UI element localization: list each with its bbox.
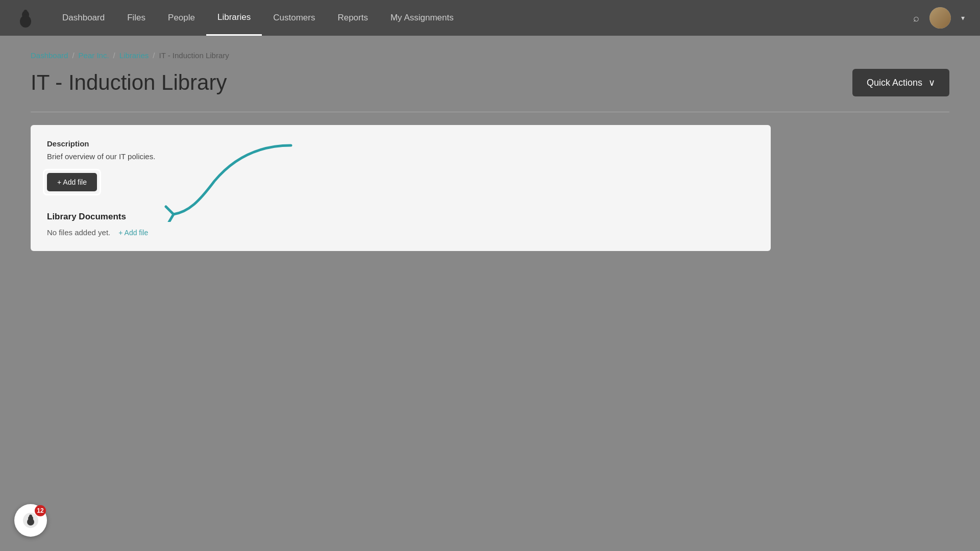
page-header: IT - Induction Library Quick Actions ∨ — [31, 69, 949, 96]
nav-right: ⌕ ▾ — [913, 7, 965, 29]
svg-point-6 — [29, 515, 32, 518]
breadcrumb-dashboard[interactable]: Dashboard — [31, 51, 68, 60]
add-file-button[interactable]: + Add file — [47, 173, 97, 191]
breadcrumb-sep-1: / — [72, 51, 74, 60]
chevron-down-icon[interactable]: ▾ — [961, 14, 965, 22]
nav-link-files[interactable]: Files — [116, 0, 157, 36]
breadcrumb-sep-2: / — [113, 51, 115, 60]
app-logo[interactable] — [15, 8, 36, 28]
breadcrumb-libraries[interactable]: Libraries — [119, 51, 149, 60]
library-docs-title: Library Documents — [47, 212, 754, 222]
quick-actions-label: Quick Actions — [867, 78, 922, 88]
svg-point-2 — [23, 10, 28, 15]
description-label: Description — [47, 139, 754, 148]
section-divider — [31, 112, 949, 112]
no-files-text: No files added yet. — [47, 228, 110, 237]
library-documents-section: Library Documents No files added yet. + … — [47, 212, 754, 237]
page-title: IT - Induction Library — [31, 70, 227, 95]
add-file-link[interactable]: + Add file — [118, 229, 148, 237]
notification-badge: 12 — [35, 505, 46, 516]
avatar[interactable] — [929, 7, 951, 29]
nav-link-libraries[interactable]: Libraries — [206, 0, 262, 36]
add-file-btn-container: + Add file — [47, 173, 97, 191]
main-content: Dashboard / Pear Inc. / Libraries / IT -… — [0, 36, 980, 266]
library-card: Description Brief overview of our IT pol… — [31, 125, 771, 251]
nav-link-customers[interactable]: Customers — [262, 0, 326, 36]
breadcrumb-sep-3: / — [153, 51, 155, 60]
nav-link-my-assignments[interactable]: My Assignments — [379, 0, 465, 36]
search-icon[interactable]: ⌕ — [913, 12, 919, 24]
nav-link-dashboard[interactable]: Dashboard — [51, 0, 116, 36]
notification-widget[interactable]: 12 — [14, 504, 47, 537]
chevron-down-icon: ∨ — [928, 77, 935, 88]
navbar: Dashboard Files People Libraries Custome… — [0, 0, 980, 36]
description-text: Brief overview of our IT policies. — [47, 152, 754, 161]
nav-link-people[interactable]: People — [157, 0, 206, 36]
breadcrumb: Dashboard / Pear Inc. / Libraries / IT -… — [31, 51, 949, 60]
breadcrumb-current: IT - Induction Library — [159, 51, 229, 60]
no-files-row: No files added yet. + Add file — [47, 228, 754, 237]
nav-links: Dashboard Files People Libraries Custome… — [51, 0, 913, 36]
quick-actions-button[interactable]: Quick Actions ∨ — [852, 69, 949, 96]
breadcrumb-pear[interactable]: Pear Inc. — [79, 51, 109, 60]
nav-link-reports[interactable]: Reports — [326, 0, 379, 36]
